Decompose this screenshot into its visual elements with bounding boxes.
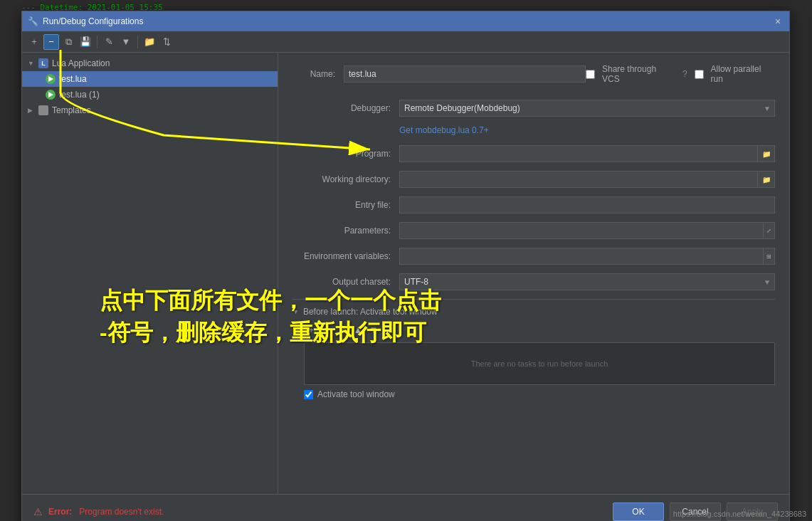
toolbar-separator-1 — [97, 36, 97, 48]
program-row: Program: 📁 — [292, 145, 775, 162]
mobdebug-link[interactable]: Get mobdebug.lua 0.7+ — [399, 125, 489, 135]
debugger-row: Debugger: Remote Debugger(Mobdebug) ▼ — [292, 100, 775, 117]
env-vars-row: Environment variables: ⊞ — [292, 248, 775, 265]
cancel-button[interactable]: Cancel — [670, 502, 721, 521]
before-launch-collapse-icon[interactable]: ▼ — [292, 308, 299, 315]
tree-panel: ▼ L Lua Application test.lua test.lua (1… — [22, 53, 278, 494]
tree-lua-application[interactable]: ▼ L Lua Application — [22, 56, 278, 71]
toolbar-separator-2 — [137, 36, 138, 48]
debugger-label: Debugger: — [292, 103, 399, 113]
templates-label: Templates — [52, 105, 91, 115]
working-dir-input[interactable] — [399, 171, 758, 188]
arrow-down-button[interactable]: ▼ — [118, 34, 134, 50]
close-button[interactable]: × — [772, 16, 784, 27]
dialog-body: ▼ L Lua Application test.lua test.lua (1… — [22, 53, 789, 494]
parameters-input-group: ⤢ — [399, 222, 775, 239]
lua-app-icon: L — [38, 58, 49, 69]
debugger-select-wrap: Remote Debugger(Mobdebug) ▼ — [399, 100, 775, 117]
activate-checkbox-row: Activate tool window — [292, 385, 775, 404]
tree-templates[interactable]: ▶ Templates — [22, 102, 278, 118]
share-help-icon: ? — [682, 69, 687, 79]
entry-file-label: Entry file: — [292, 200, 399, 210]
error-text: Error: Program doesn't exist. — [48, 507, 164, 517]
env-vars-label: Environment variables: — [292, 251, 399, 261]
error-message: Program doesn't exist. — [79, 507, 164, 517]
dialog-title: Run/Debug Configurations — [43, 16, 143, 26]
parameters-input[interactable] — [399, 222, 764, 239]
allow-parallel-checkbox[interactable] — [695, 70, 704, 79]
env-vars-input[interactable] — [399, 248, 764, 265]
before-launch-label: Before launch: Activate tool window — [303, 307, 438, 317]
error-icon: ⚠ — [33, 506, 43, 517]
error-label: Error: — [48, 507, 72, 517]
save-config-button[interactable]: 💾 — [78, 34, 93, 50]
parameters-expand-btn[interactable]: ⤢ — [764, 222, 775, 239]
templates-icon — [38, 105, 49, 116]
test-lua-run-icon — [45, 73, 56, 85]
debugger-select[interactable]: Remote Debugger(Mobdebug) — [399, 100, 775, 117]
ok-button[interactable]: OK — [613, 502, 664, 521]
test-lua-1-label: test.lua (1) — [59, 90, 100, 100]
dialog-title-group: 🔧 Run/Debug Configurations — [28, 16, 143, 26]
activate-label: Activate tool window — [317, 389, 395, 399]
bl-remove-button[interactable]: − — [320, 322, 334, 337]
working-dir-browse-btn[interactable]: 📁 — [758, 171, 775, 188]
bl-edit-button[interactable]: ✎ — [335, 322, 349, 337]
lua-app-arrow: ▼ — [28, 60, 38, 67]
output-charset-select[interactable]: UTF-8 — [399, 273, 775, 290]
config-panel: Name: Share through VCS ? Allow parallel… — [278, 53, 789, 494]
test-lua-1-run-icon — [45, 89, 56, 100]
folder-button[interactable]: 📁 — [142, 34, 157, 50]
bl-down-button[interactable]: ▼ — [367, 322, 381, 337]
footer-buttons: OK Cancel Apply — [613, 502, 778, 521]
program-browse-btn[interactable]: 📁 — [758, 145, 775, 162]
allow-parallel-label: Allow parallel run — [711, 64, 775, 84]
program-input[interactable] — [399, 145, 758, 162]
sort-button[interactable]: ⇅ — [159, 34, 174, 50]
apply-button[interactable]: Apply — [727, 502, 778, 521]
before-launch-header: ▼ Before launch: Activate tool window — [292, 307, 775, 317]
output-charset-row: Output charset: UTF-8 ▼ — [292, 273, 775, 290]
before-launch-toolbar: + − ✎ ▲ ▼ — [292, 322, 775, 337]
name-label: Name: — [292, 69, 335, 79]
footer-error-area: ⚠ Error: Program doesn't exist. — [33, 506, 164, 517]
program-input-group: 📁 — [399, 145, 775, 162]
no-tasks-label: There are no tasks to run before launch — [471, 359, 608, 368]
entry-file-row: Entry file: — [292, 196, 775, 214]
parameters-label: Parameters: — [292, 226, 399, 236]
name-input[interactable] — [344, 65, 586, 83]
share-row: Share through VCS ? Allow parallel run — [586, 64, 775, 84]
run-debug-dialog: 🔧 Run/Debug Configurations × + − ⧉ 💾 ✎ ▼… — [21, 11, 790, 521]
parameters-row: Parameters: ⤢ — [292, 222, 775, 239]
working-dir-row: Working directory: 📁 — [292, 171, 775, 188]
program-label: Program: — [292, 149, 399, 159]
copy-config-button[interactable]: ⧉ — [60, 34, 76, 50]
share-vcs-checkbox[interactable] — [586, 70, 595, 79]
activate-checkbox[interactable] — [304, 390, 313, 399]
add-config-button[interactable]: + — [26, 34, 42, 50]
tree-test-lua[interactable]: test.lua — [22, 71, 278, 87]
working-dir-input-group: 📁 — [399, 171, 775, 188]
before-launch-empty: There are no tasks to run before launch — [304, 342, 775, 385]
share-vcs-label: Share through VCS — [602, 64, 675, 84]
dialog-footer: ⚠ Error: Program doesn't exist. OK Cance… — [22, 494, 789, 521]
dialog-titlebar: 🔧 Run/Debug Configurations × — [22, 11, 789, 31]
bl-add-button[interactable]: + — [304, 322, 318, 337]
working-dir-label: Working directory: — [292, 174, 399, 184]
entry-file-input[interactable] — [399, 196, 775, 214]
test-lua-label: test.lua — [59, 74, 87, 84]
top-config-row: Name: Share through VCS ? Allow parallel… — [292, 64, 775, 90]
bl-up-button[interactable]: ▲ — [351, 322, 365, 337]
edit-config-button[interactable]: ✎ — [101, 34, 117, 50]
mobdebug-row: Get mobdebug.lua 0.7+ — [292, 125, 775, 135]
remove-config-button[interactable]: − — [43, 34, 59, 50]
dialog-toolbar: + − ⧉ 💾 ✎ ▼ 📁 ⇅ — [22, 31, 789, 53]
env-vars-input-group: ⊞ — [399, 248, 775, 265]
lua-app-label: Lua Application — [52, 58, 110, 68]
templates-arrow: ▶ — [28, 107, 38, 114]
tree-test-lua-1[interactable]: test.lua (1) — [22, 87, 278, 102]
before-launch-section: ▼ Before launch: Activate tool window + … — [292, 307, 775, 404]
output-charset-label: Output charset: — [292, 277, 399, 287]
env-vars-expand-btn[interactable]: ⊞ — [764, 248, 775, 265]
config-divider — [292, 299, 775, 300]
